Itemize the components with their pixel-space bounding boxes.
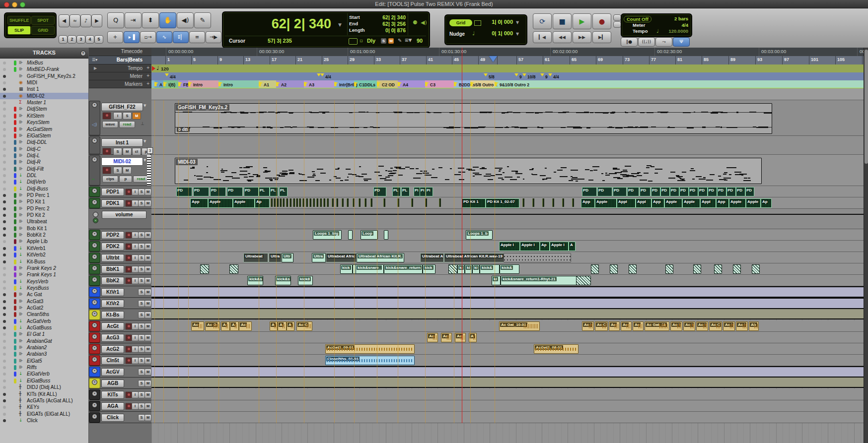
track-name[interactable]: AcGATs (AcGat ALL) [27, 397, 73, 404]
track-active-dot[interactable] [3, 62, 6, 64]
clip[interactable] [714, 264, 722, 274]
clip[interactable]: MIDI-03 [175, 158, 762, 184]
sidebar-item-pd-perc-1[interactable]: ⊪PD Perc 1 [0, 192, 88, 198]
clip[interactable]: PD [679, 187, 689, 196]
track-name[interactable]: Ac Gat [27, 291, 42, 298]
track-collapse-icon[interactable]: ▾ [92, 288, 97, 294]
sidebar-item-keys[interactable]: ╫KEYs [0, 404, 88, 410]
track-name[interactable]: Inst 1 [27, 86, 39, 92]
clip[interactable]: Ap [761, 198, 772, 208]
clip[interactable]: Ultr [282, 253, 293, 262]
input-button[interactable]: I [132, 357, 139, 364]
grid-dropdown-icon[interactable]: ▼ [516, 20, 519, 25]
track-name[interactable]: AcGatBuss [27, 324, 52, 331]
track-active-dot[interactable] [3, 95, 6, 98]
clip[interactable]: Ac I [736, 321, 748, 331]
sidebar-item-gofish-fm-key2s-2[interactable]: ⊪GoFISH_FM_Key2s.2 [0, 73, 88, 79]
solo-button[interactable]: S [138, 403, 145, 410]
track-name[interactable]: PD Kit 1 [27, 198, 45, 205]
sidebar-item-acgatbuss[interactable]: ↓AcGatBuss [0, 324, 88, 331]
selection-value[interactable]: 62| 2| 340 [382, 14, 406, 20]
clip[interactable]: PL [270, 187, 278, 196]
mute-button[interactable]: M [145, 403, 151, 410]
tick-clip[interactable] [293, 198, 295, 207]
track-active-dot[interactable] [3, 108, 6, 111]
sidebar-item-clean5ths[interactable]: ⊪Clean5ths [0, 311, 88, 317]
track-collapse-icon[interactable]: ▾ [92, 334, 97, 339]
track-color-tab[interactable]: ▾ [89, 389, 100, 400]
tick-clip[interactable] [280, 198, 282, 207]
clip[interactable]: Ac I [696, 321, 708, 331]
edit-cursor-arrow[interactable] [489, 56, 497, 62]
tick-clip[interactable] [313, 198, 315, 207]
track-name[interactable]: AcGat2 [27, 305, 43, 311]
clip[interactable]: Ac I [683, 321, 695, 331]
clip[interactable]: PD Kit 1_02-07 [486, 198, 519, 208]
clip[interactable]: PL [259, 187, 270, 196]
clip[interactable] [665, 264, 673, 274]
track-collapse-icon[interactable]: ▾ [92, 300, 97, 305]
input-button[interactable]: I [132, 277, 139, 284]
track-collapse-icon[interactable]: ▾ [92, 311, 97, 316]
track-active-dot[interactable] [3, 141, 6, 144]
smart-fade-icon[interactable]: ∿ [156, 31, 172, 43]
loop-playback-button[interactable]: ⟳ [533, 13, 552, 29]
session-value[interactable]: 120.0000 [668, 28, 688, 34]
track-name-dropdown-icon[interactable]: ▼ [144, 158, 146, 162]
sidebar-item-kits-kit-all-[interactable]: ╫KITs (Kit ALL) [0, 391, 88, 397]
mute-button[interactable]: M [145, 369, 151, 376]
meter-event-icon[interactable] [548, 73, 552, 76]
input-button[interactable]: I [132, 346, 139, 353]
track-name[interactable]: Bob Kit 1 [27, 225, 47, 232]
mute-button[interactable]: M [145, 232, 151, 239]
sidebar-item-midi[interactable]: ◉MIDI [0, 79, 88, 86]
header-extra-read[interactable]: read [119, 121, 135, 128]
track-name[interactable]: Click [27, 417, 38, 424]
clip[interactable] [610, 264, 618, 274]
track-active-dot[interactable] [3, 380, 6, 382]
marker-label[interactable]: A1 [264, 82, 269, 87]
mute-button[interactable]: M [145, 414, 151, 421]
track-name[interactable]: KeysStem [27, 119, 50, 126]
clip[interactable]: kick& [480, 264, 500, 274]
solo-button[interactable]: S [138, 414, 145, 421]
track-collapse-icon[interactable]: ▾ [92, 380, 97, 385]
track-collapse-icon[interactable]: ▾ [92, 138, 97, 143]
clip[interactable] [693, 264, 701, 274]
sidebar-item-didj-c[interactable]: ⊪Didj-C [0, 146, 88, 152]
track-name-box[interactable]: PDP2 [101, 231, 124, 239]
track-active-dot[interactable] [3, 280, 6, 283]
track-active-dot[interactable] [3, 68, 6, 71]
clip[interactable]: PD [210, 187, 226, 196]
sidebar-item-pd-kit-2[interactable]: ⊪PD Kit 2 [0, 212, 88, 218]
input-button[interactable]: I [132, 391, 139, 398]
track-name-box[interactable]: AcG3 [101, 334, 124, 342]
clip[interactable]: PL [392, 187, 401, 196]
mute-button[interactable]: M [145, 254, 151, 261]
sidebar-item-acgats-acgat-all-[interactable]: ╫AcGATs (AcGat ALL) [0, 397, 88, 404]
sidebar-item-keysverb[interactable]: ↓KeysVerb [0, 278, 88, 285]
track-name-box[interactable]: AcGt [101, 322, 124, 330]
tick-clip[interactable] [320, 198, 322, 207]
sidebar-item-pd-kit-1[interactable]: ⊪PD Kit 1 [0, 198, 88, 205]
sidebar-item-frank-keys-2[interactable]: ⊪Frank Keys 2 [0, 265, 88, 271]
record-enable-button[interactable] [102, 148, 111, 155]
clip[interactable]: PL [401, 187, 410, 196]
input-button[interactable]: I [132, 403, 139, 410]
smart-end-icon[interactable]: →▶ [206, 31, 221, 43]
track-active-dot[interactable] [3, 207, 6, 210]
track-active-dot[interactable] [3, 300, 6, 303]
track-active-dot[interactable] [3, 273, 6, 276]
track-name-box[interactable]: BbK2 [101, 277, 124, 285]
solo-button[interactable]: S [138, 380, 145, 387]
meter-event-icon[interactable] [540, 73, 544, 76]
clip[interactable]: Ac [621, 321, 632, 331]
marker-label[interactable]: C2 OD [382, 82, 395, 87]
sidebar-item-acgatstem[interactable]: ⊪AcGatStem [0, 126, 88, 132]
speaker-icon[interactable]: ◀) [421, 19, 427, 26]
track-active-dot[interactable] [3, 194, 6, 197]
track-collapse-icon[interactable]: ▾ [92, 277, 97, 282]
sidebar-item-arabiangat[interactable]: ⊪ArabianGat [0, 338, 88, 344]
track-active-dot[interactable] [3, 115, 6, 118]
track-color-tab[interactable]: ▾ [89, 310, 100, 320]
